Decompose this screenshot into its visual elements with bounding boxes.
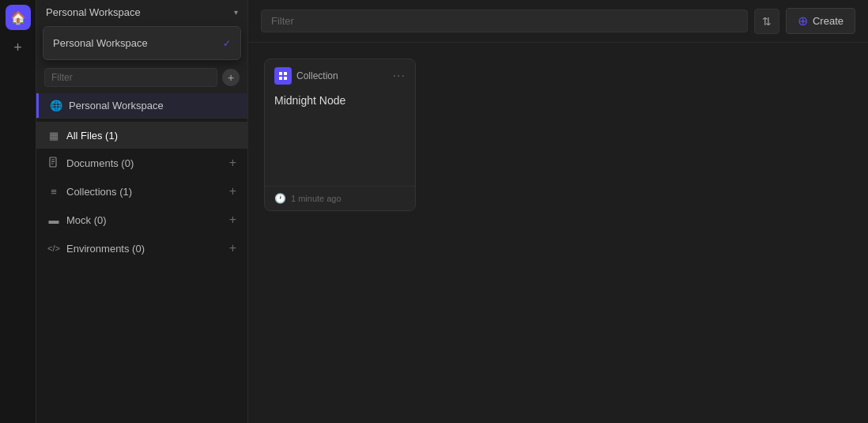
workspace-nav-item[interactable]: 🌐 Personal Workspace [36,93,247,118]
add-document-button[interactable]: + [229,156,236,170]
nav-item-collections[interactable]: ≡ Collections (1) + [36,177,247,206]
mock-icon: ▬ [47,214,60,226]
clock-icon: 🕐 [274,193,286,204]
main-content: ⇅ ⊕ Create [248,0,868,423]
workspace-title-bar[interactable]: Personal Workspace ▾ [36,0,247,25]
collection-card-midnight-node[interactable]: Collection ··· Midnight Node 🕐 1 minute … [264,59,416,211]
nav-item-documents[interactable]: Documents (0) + [36,149,247,177]
code-icon: </> [47,244,60,253]
card-grid: Collection ··· Midnight Node 🕐 1 minute … [264,59,852,211]
workspace-menu: Personal Workspace ✓ [43,26,241,60]
svg-rect-6 [279,77,282,80]
create-plus-icon: ⊕ [798,13,808,28]
workspace-menu-item-label: Personal Workspace [53,37,148,49]
nav-label-mock: Mock (0) [66,214,107,226]
sidebar: Personal Workspace ▾ Personal Workspace … [36,0,248,423]
card-timestamp: 1 minute ago [291,194,342,203]
nav-item-mock[interactable]: ▬ Mock (0) + [36,206,247,234]
sidebar-filter-input[interactable] [44,68,217,87]
globe-icon: 🌐 [50,100,62,111]
icon-bar: 🏠 + [0,0,36,423]
sort-button[interactable]: ⇅ [754,9,779,34]
create-button[interactable]: ⊕ Create [786,8,855,34]
collections-icon: ≡ [47,186,60,198]
card-footer: 🕐 1 minute ago [265,186,415,210]
nav-label-documents: Documents (0) [66,157,134,169]
toolbar: ⇅ ⊕ Create [248,0,868,43]
add-workspace-button[interactable]: + [7,36,29,59]
svg-rect-5 [284,72,287,75]
workspace-menu-item[interactable]: Personal Workspace ✓ [43,32,240,55]
collection-card-icon [274,67,292,85]
nav-label-environments: Environments (0) [66,243,145,255]
svg-rect-4 [279,72,282,75]
add-mock-button[interactable]: + [229,213,236,227]
sidebar-add-button[interactable]: + [222,69,240,86]
content-area: Collection ··· Midnight Node 🕐 1 minute … [248,43,868,423]
check-icon: ✓ [223,38,231,49]
sidebar-filter-row: + [36,62,247,93]
card-type-label: Collection [296,70,338,81]
nav-label-all-files: All Files (1) [66,130,118,142]
svg-rect-7 [284,77,287,80]
add-environment-button[interactable]: + [229,241,236,255]
card-body [265,107,415,186]
home-button[interactable]: 🏠 [6,5,31,30]
chevron-down-icon: ▾ [234,8,238,17]
toolbar-filter-input[interactable] [261,9,748,32]
document-icon [47,157,60,170]
create-button-label: Create [813,15,843,27]
add-collection-button[interactable]: + [229,184,236,198]
workspace-dropdown: Personal Workspace ▾ Personal Workspace … [36,0,247,119]
card-menu-button[interactable]: ··· [393,69,406,83]
nav-item-environments[interactable]: </> Environments (0) + [36,234,247,262]
workspace-title: Personal Workspace [46,6,141,18]
sort-icon: ⇅ [762,15,772,28]
nav-label-collections: Collections (1) [66,186,132,198]
nav-item-all-files[interactable]: ▦ All Files (1) [36,123,247,149]
grid-icon: ▦ [47,130,60,142]
workspace-nav-label: Personal Workspace [69,100,164,111]
card-title: Midnight Node [265,89,415,107]
